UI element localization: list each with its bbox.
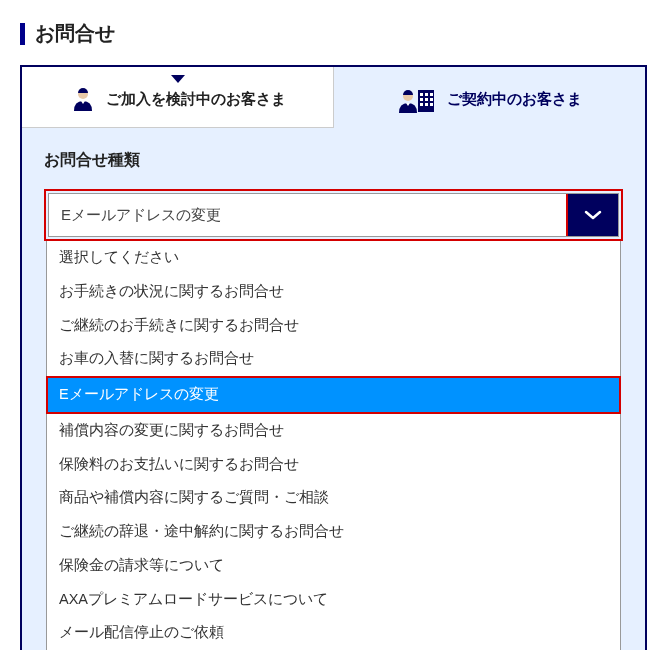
dropdown-option[interactable]: ご継続のお手続きに関するお問合せ xyxy=(47,309,620,343)
tabs: ご加入を検討中のお客さま xyxy=(22,67,645,128)
svg-rect-10 xyxy=(425,103,428,106)
svg-rect-7 xyxy=(425,98,428,101)
dropdown-option[interactable]: 保険料のお支払いに関するお問合せ xyxy=(47,448,620,482)
dropdown-option[interactable]: 選択してください xyxy=(47,241,620,275)
inquiry-type-section: お問合せ種類 Eメールアドレスの変更 選択してくださいお手続きの状況に関するお問… xyxy=(22,128,645,650)
inquiry-type-dropdown[interactable]: 選択してくださいお手続きの状況に関するお問合せご継続のお手続きに関するお問合せお… xyxy=(46,241,621,650)
inquiry-panel: ご加入を検討中のお客さま xyxy=(20,65,647,650)
tab-prospective-customer[interactable]: ご加入を検討中のお客さま xyxy=(22,67,334,128)
tab-label: ご契約中のお客さま xyxy=(447,90,582,109)
dropdown-option[interactable]: AXAプレミアムロードサービスについて xyxy=(47,583,620,617)
dropdown-option[interactable]: 補償内容の変更に関するお問合せ xyxy=(47,414,620,448)
dropdown-option[interactable]: メール配信停止のご依頼 xyxy=(47,616,620,650)
svg-rect-9 xyxy=(420,103,423,106)
person-icon xyxy=(70,85,96,113)
tab-label: ご加入を検討中のお客さま xyxy=(106,90,286,109)
chevron-down-icon xyxy=(584,206,602,224)
select-value: Eメールアドレスの変更 xyxy=(49,194,566,236)
dropdown-option[interactable]: 保険金の請求等について xyxy=(47,549,620,583)
page-title: お問合せ xyxy=(35,20,115,47)
tab-contracted-customer[interactable]: ご契約中のお客さま xyxy=(334,67,645,128)
dropdown-option[interactable]: ご継続の辞退・途中解約に関するお問合せ xyxy=(47,515,620,549)
svg-rect-11 xyxy=(430,103,433,106)
svg-rect-5 xyxy=(430,93,433,96)
svg-rect-8 xyxy=(430,98,433,101)
section-title: お問合せ種類 xyxy=(44,150,623,171)
title-accent-bar xyxy=(20,23,25,45)
svg-rect-4 xyxy=(425,93,428,96)
dropdown-option[interactable]: 商品や補償内容に関するご質問・ご相談 xyxy=(47,481,620,515)
inquiry-type-select-highlight: Eメールアドレスの変更 xyxy=(44,189,623,241)
inquiry-type-select[interactable]: Eメールアドレスの変更 xyxy=(48,193,619,237)
dropdown-option[interactable]: お手続きの状況に関するお問合せ xyxy=(47,275,620,309)
person-building-icon xyxy=(397,86,437,114)
dropdown-option[interactable]: Eメールアドレスの変更 xyxy=(46,376,621,414)
caret-down-icon xyxy=(171,69,185,86)
svg-rect-6 xyxy=(420,98,423,101)
page-title-wrap: お問合せ xyxy=(20,20,647,47)
dropdown-option[interactable]: お車の入替に関するお問合せ xyxy=(47,342,620,376)
svg-rect-3 xyxy=(420,93,423,96)
svg-marker-0 xyxy=(171,75,185,83)
select-arrow-button[interactable] xyxy=(566,194,618,236)
